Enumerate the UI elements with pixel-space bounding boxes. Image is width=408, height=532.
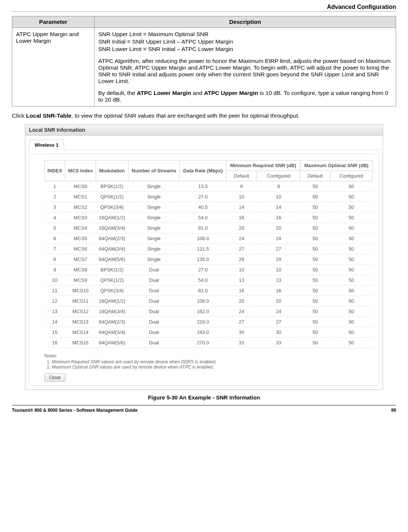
notes-section: Notes: Minimum Required SNR values are u… bbox=[44, 353, 373, 370]
table-cell: 29 bbox=[226, 254, 257, 265]
table-cell: 64QAM(5/6) bbox=[96, 254, 128, 265]
table-cell: 20 bbox=[257, 296, 300, 306]
table-cell: 4 bbox=[45, 213, 65, 223]
table-cell: 10 bbox=[226, 192, 257, 202]
table-cell: 7 bbox=[45, 244, 65, 254]
note-1: Minimum Required SNR values are used by … bbox=[52, 359, 373, 364]
table-cell: 162.0 bbox=[180, 306, 226, 317]
table-cell: 64QAM(3/4) bbox=[96, 244, 128, 254]
table-row: 5MCS416QAM(3/4)Single81.020205050 bbox=[45, 223, 373, 233]
table-cell: 14 bbox=[257, 202, 300, 213]
table-cell: MCS2 bbox=[65, 202, 96, 213]
table-cell: 50 bbox=[300, 244, 330, 254]
table-cell: 9 bbox=[226, 181, 257, 192]
table-cell: 12 bbox=[45, 296, 65, 306]
parameter-row: ATPC Upper Margin and Lower Margin SNR U… bbox=[12, 28, 396, 106]
table-cell: 13 bbox=[226, 275, 257, 286]
table-cell: Dual bbox=[128, 338, 180, 348]
table-cell: 10 bbox=[226, 265, 257, 275]
table-cell: 81.0 bbox=[180, 223, 226, 233]
table-cell: Dual bbox=[128, 296, 180, 306]
table-cell: 9 bbox=[45, 265, 65, 275]
header-divider bbox=[12, 11, 396, 12]
desc-para2: By default, the ATPC Lower Margin and AT… bbox=[98, 90, 392, 103]
table-cell: 50 bbox=[300, 265, 330, 275]
table-cell: 50 bbox=[300, 317, 330, 327]
table-cell: 27 bbox=[257, 244, 300, 254]
table-cell: 16QAM(1/2) bbox=[96, 213, 128, 223]
table-cell: MCS8 bbox=[65, 265, 96, 275]
table-cell: 135.0 bbox=[180, 254, 226, 265]
table-cell: 50 bbox=[300, 338, 330, 348]
desc-para1: ATPC Algorithm, after reducing the power… bbox=[98, 58, 392, 85]
th-min-snr: Minimum Required SNR (dB) bbox=[226, 160, 300, 171]
table-cell: 50 bbox=[330, 213, 373, 223]
table-cell: 108.0 bbox=[180, 296, 226, 306]
tab-content: INDEX MCS Index Modulation Number of Str… bbox=[29, 154, 379, 386]
th-parameter: Parameter bbox=[12, 16, 95, 28]
table-cell: MCS5 bbox=[65, 233, 96, 244]
table-cell: 20 bbox=[257, 223, 300, 233]
table-cell: Single bbox=[128, 233, 180, 244]
table-cell: 216.0 bbox=[180, 317, 226, 327]
table-cell: 30 bbox=[226, 327, 257, 338]
table-row: 10MCS9QPSK(1/2)Dual54.013135050 bbox=[45, 275, 373, 286]
table-cell: 13.5 bbox=[180, 181, 226, 192]
param-description: SNR Upper Limit = Maximum Optimal SNR SN… bbox=[95, 28, 396, 106]
table-cell: Dual bbox=[128, 327, 180, 338]
table-cell: 15 bbox=[45, 327, 65, 338]
close-button[interactable]: Close bbox=[44, 373, 66, 382]
table-cell: MCS6 bbox=[65, 244, 96, 254]
table-cell: 50 bbox=[300, 275, 330, 286]
table-cell: 33 bbox=[257, 338, 300, 348]
table-cell: 50 bbox=[330, 275, 373, 286]
table-cell: 54.0 bbox=[180, 213, 226, 223]
table-cell: Single bbox=[128, 223, 180, 233]
table-cell: 27.0 bbox=[180, 265, 226, 275]
table-cell: 270.0 bbox=[180, 338, 226, 348]
snr-table: INDEX MCS Index Modulation Number of Str… bbox=[44, 160, 373, 348]
table-cell: 50 bbox=[300, 213, 330, 223]
table-cell: MCS1 bbox=[65, 192, 96, 202]
table-cell: 50 bbox=[330, 192, 373, 202]
table-cell: 3 bbox=[45, 202, 65, 213]
table-cell: 16 bbox=[257, 286, 300, 296]
table-cell: 108.0 bbox=[180, 233, 226, 244]
table-row: 12MCS1116QAM(1/2)Dual108.020205050 bbox=[45, 296, 373, 306]
table-cell: MCS13 bbox=[65, 317, 96, 327]
table-cell: 24 bbox=[226, 306, 257, 317]
table-cell: 24 bbox=[257, 306, 300, 317]
table-cell: 20 bbox=[226, 296, 257, 306]
table-cell: 16 bbox=[226, 286, 257, 296]
table-cell: 14 bbox=[226, 202, 257, 213]
footer-page-number: 89 bbox=[391, 408, 396, 413]
table-cell: 50 bbox=[330, 181, 373, 192]
section-title: Advanced Configuration bbox=[12, 4, 396, 10]
table-cell: 50 bbox=[330, 265, 373, 275]
th-max-snr: Maximum Optimal SNR (dB) bbox=[300, 160, 373, 171]
table-cell: 29 bbox=[257, 254, 300, 265]
param-name: ATPC Upper Margin and Lower Margin bbox=[12, 28, 95, 106]
tab-wireless-1[interactable]: Wireless 1 bbox=[29, 140, 64, 150]
table-cell: Dual bbox=[128, 275, 180, 286]
table-cell: MCS0 bbox=[65, 181, 96, 192]
table-cell: Dual bbox=[128, 317, 180, 327]
table-cell: 6 bbox=[45, 233, 65, 244]
table-cell: 64QAM(2/3) bbox=[96, 317, 128, 327]
table-cell: 50 bbox=[300, 254, 330, 265]
table-cell: MCS14 bbox=[65, 327, 96, 338]
table-cell: 10 bbox=[45, 275, 65, 286]
table-cell: Dual bbox=[128, 286, 180, 296]
table-cell: QPSK(3/4) bbox=[96, 286, 128, 296]
table-row: 7MCS664QAM(3/4)Single121.527275050 bbox=[45, 244, 373, 254]
table-cell: 27 bbox=[257, 317, 300, 327]
table-row: 14MCS1364QAM(2/3)Dual216.027275050 bbox=[45, 317, 373, 327]
modal-title: Local SNR Information bbox=[25, 125, 383, 136]
table-cell: BPSK(1/2) bbox=[96, 181, 128, 192]
table-row: 8MCS764QAM(5/6)Single135.029295050 bbox=[45, 254, 373, 265]
table-cell: 24 bbox=[226, 233, 257, 244]
table-cell: 10 bbox=[257, 265, 300, 275]
note-2: Maximum Optimal SNR values are used by r… bbox=[52, 364, 373, 370]
table-cell: 50 bbox=[300, 192, 330, 202]
table-cell: 5 bbox=[45, 223, 65, 233]
